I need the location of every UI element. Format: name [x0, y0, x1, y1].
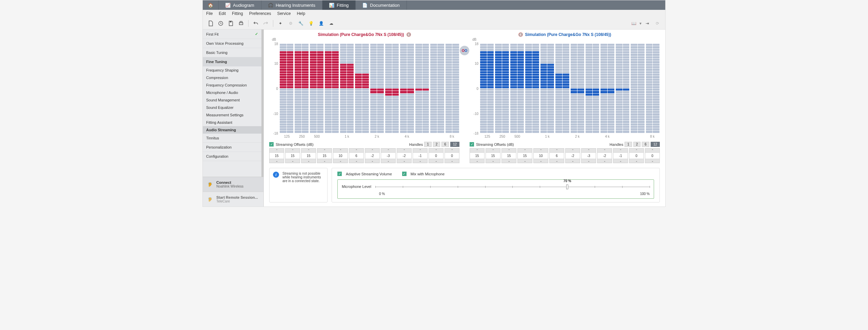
sidebar-item-audio-streaming[interactable]: Audio Streaming	[203, 126, 261, 134]
step-up[interactable]: ⌃	[317, 148, 332, 153]
step-down[interactable]: ⌄	[413, 159, 428, 163]
link-ears-button[interactable]	[460, 46, 469, 55]
menu-file[interactable]: File	[206, 11, 213, 16]
tab-fitting[interactable]: 📊Fitting	[322, 0, 356, 10]
sidebar-item-fitting-assistant[interactable]: Fitting Assistant	[203, 119, 261, 126]
sidebar-item-sound-equalizer[interactable]: Sound Equalizer	[203, 104, 261, 111]
menu-edit[interactable]: Edit	[219, 11, 226, 16]
step-up[interactable]: ⌃	[445, 148, 459, 153]
step-up[interactable]: ⌃	[413, 148, 428, 153]
step-down[interactable]: ⌄	[381, 159, 396, 163]
streaming-offsets-checkbox[interactable]: ✓Streaming Offsets (dB)Handles12612	[470, 142, 660, 147]
step-down[interactable]: ⌄	[533, 159, 548, 163]
sidebar-scrollbar[interactable]	[261, 30, 263, 177]
bar-column[interactable]	[480, 44, 494, 133]
tool-bulb[interactable]: 💡	[307, 19, 315, 28]
tab-hearing-instruments[interactable]: 🎧Hearing Instruments	[261, 0, 322, 10]
tool-exit[interactable]: ⇥	[643, 19, 652, 28]
step-down[interactable]: ⌄	[565, 159, 580, 163]
step-down[interactable]: ⌄	[597, 159, 612, 163]
step-up[interactable]: ⌃	[581, 148, 596, 153]
handles-2[interactable]: 2	[633, 142, 641, 147]
step-down[interactable]: ⌄	[486, 159, 500, 163]
bar-column[interactable]	[540, 44, 554, 133]
bar-column[interactable]	[294, 44, 309, 133]
step-down[interactable]: ⌄	[333, 159, 348, 163]
step-down[interactable]: ⌄	[613, 159, 628, 163]
menu-fitting[interactable]: Fitting	[232, 11, 243, 16]
bar-column[interactable]	[279, 44, 294, 133]
bar-column[interactable]	[525, 44, 539, 133]
tab-home[interactable]: 🏠	[203, 0, 219, 10]
handles-6[interactable]: 6	[441, 142, 449, 147]
step-up[interactable]: ⌃	[533, 148, 548, 153]
sidebar-item-fine-tuning[interactable]: Fine Tuning	[203, 57, 261, 66]
adaptive-streaming-checkbox[interactable]: ✓Adaptive Streaming Volume	[337, 172, 392, 176]
step-down[interactable]: ⌄	[581, 159, 596, 163]
step-up[interactable]: ⌃	[285, 148, 300, 153]
mute-icon[interactable]: 🔇	[518, 32, 523, 37]
step-down[interactable]: ⌄	[349, 159, 364, 163]
tool-open-recent[interactable]	[216, 19, 225, 28]
tool-wrench[interactable]: 🔧	[296, 19, 305, 28]
step-down[interactable]: ⌄	[269, 159, 284, 163]
step-up[interactable]: ⌃	[645, 148, 660, 153]
handles-12[interactable]: 12	[651, 142, 660, 147]
remote-session-button[interactable]: 🦻 Start Remote Session...TeleCare	[203, 192, 263, 207]
bar-column[interactable]	[600, 44, 614, 133]
sidebar-item-basic-tuning[interactable]: Basic Tuning	[203, 48, 261, 57]
sidebar-item-configuration[interactable]: Configuration	[203, 152, 261, 161]
step-up[interactable]: ⌃	[501, 148, 516, 153]
bar-column[interactable]	[510, 44, 524, 133]
step-down[interactable]: ⌄	[365, 159, 380, 163]
step-up[interactable]: ⌃	[381, 148, 396, 153]
menu-help[interactable]: Help	[297, 11, 305, 16]
bar-column[interactable]	[445, 44, 459, 133]
bar-column[interactable]	[355, 44, 369, 133]
tool-cloud[interactable]: ☁	[327, 19, 336, 28]
handles-6[interactable]: 6	[642, 142, 649, 147]
step-up[interactable]: ⌃	[349, 148, 364, 153]
tab-audiogram[interactable]: 📈Audiogram	[219, 0, 261, 10]
step-up[interactable]: ⌃	[429, 148, 443, 153]
sidebar-item-compression[interactable]: Compression	[203, 74, 261, 81]
bar-column[interactable]	[570, 44, 585, 133]
tool-wand[interactable]: ✦	[276, 19, 285, 28]
step-up[interactable]: ⌃	[269, 148, 284, 153]
mic-level-slider[interactable]: 70 %	[375, 182, 650, 191]
bar-column[interactable]	[385, 44, 399, 133]
tool-print[interactable]	[237, 19, 245, 28]
step-down[interactable]: ⌄	[645, 159, 660, 163]
handles-2[interactable]: 2	[433, 142, 440, 147]
bar-column[interactable]	[430, 44, 444, 133]
chevron-down-icon[interactable]: ▾	[639, 21, 642, 26]
step-up[interactable]: ⌃	[629, 148, 644, 153]
sidebar-item-sound-management[interactable]: Sound Management	[203, 96, 261, 104]
step-up[interactable]: ⌃	[549, 148, 564, 153]
bar-column[interactable]	[585, 44, 599, 133]
bar-column[interactable]	[495, 44, 509, 133]
handles-12[interactable]: 12	[450, 142, 459, 147]
step-down[interactable]: ⌄	[301, 159, 316, 163]
bar-column[interactable]	[555, 44, 569, 133]
streaming-offsets-checkbox[interactable]: ✓Streaming Offsets (dB)Handles12612	[269, 142, 459, 147]
mute-icon[interactable]: 🔇	[406, 32, 411, 37]
bar-column[interactable]	[630, 44, 645, 133]
sidebar-item-first-fit[interactable]: First Fit✓	[203, 30, 261, 39]
tool-undo[interactable]	[251, 19, 260, 28]
step-down[interactable]: ⌄	[445, 159, 459, 163]
tool-new[interactable]	[206, 19, 215, 28]
step-up[interactable]: ⌃	[365, 148, 380, 153]
step-down[interactable]: ⌄	[397, 159, 412, 163]
connect-button[interactable]: 🦻 ConnectNoahlink Wireless	[203, 177, 263, 192]
step-up[interactable]: ⌃	[565, 148, 580, 153]
step-down[interactable]: ⌄	[517, 159, 532, 163]
handles-1[interactable]: 1	[424, 142, 432, 147]
step-down[interactable]: ⌄	[501, 159, 516, 163]
step-down[interactable]: ⌄	[549, 159, 564, 163]
sidebar-item-personalization[interactable]: Personalization	[203, 143, 261, 152]
step-up[interactable]: ⌃	[597, 148, 612, 153]
step-down[interactable]: ⌄	[285, 159, 300, 163]
step-down[interactable]: ⌄	[470, 159, 485, 163]
step-up[interactable]: ⌃	[397, 148, 412, 153]
